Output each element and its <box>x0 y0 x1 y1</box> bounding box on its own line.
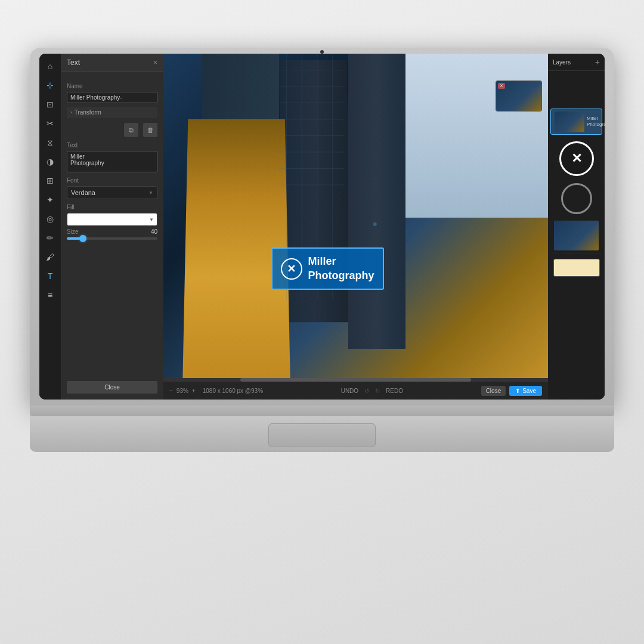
laptop-bezel: ⌂ ⊹ ⊡ ✂ ⧖ ◑ ⊞ ✦ ◎ ✏ 🖌 T ≡ <box>39 54 605 400</box>
scissors-icon[interactable]: ✂ <box>42 116 58 131</box>
scene: ⌂ ⊹ ⊡ ✂ ⧖ ◑ ⊞ ✦ ◎ ✏ 🖌 T ≡ <box>0 0 644 644</box>
canvas-x-button-area: ✕ <box>548 141 605 176</box>
color-swatch-area <box>550 259 602 277</box>
canvas-info: − 93% + 1080 x 1060 px @93% <box>169 388 263 394</box>
laptop-base-body <box>30 416 614 452</box>
grid-icon[interactable]: ⊞ <box>42 173 58 188</box>
name-input[interactable]: Miller Photography- <box>67 92 157 103</box>
zoom-value: 93% <box>177 388 188 394</box>
select-icon[interactable]: ⊹ <box>42 78 58 93</box>
size-value: 40 <box>151 228 157 235</box>
properties-panel: Text × Name Miller Photography- › Transf… <box>61 54 163 400</box>
canvas-save-actions: Close ⬆ Save <box>481 386 542 396</box>
building-detail-svg <box>163 54 548 382</box>
layer-text-info: Miller Photography <box>587 116 605 128</box>
canvas-close-button[interactable]: Close <box>481 386 506 396</box>
zoom-out-icon[interactable]: − <box>169 388 173 394</box>
x-icon: ✕ <box>571 151 582 166</box>
close-panel-button[interactable]: Close <box>67 381 157 394</box>
layer-text-thumbnail <box>555 112 584 132</box>
name-label: Name <box>67 83 157 89</box>
screen: ⌂ ⊹ ⊡ ✂ ⧖ ◑ ⊞ ✦ ◎ ✏ 🖌 T ≡ <box>39 54 605 400</box>
layer-bg-thumbnail <box>554 221 599 250</box>
circle-shape-area <box>548 183 605 214</box>
text-overlay-element[interactable]: ✕ Miller Photography <box>271 247 384 290</box>
crop-icon[interactable]: ⊡ <box>42 97 58 112</box>
panel-body: Name Miller Photography- › Transform ⧉ 🗑… <box>61 72 163 376</box>
fill-dropdown-icon: ▼ <box>149 217 154 222</box>
transform-label: Transform <box>75 109 101 116</box>
circle-shape-element <box>561 183 592 214</box>
slider-fill <box>67 237 80 240</box>
canvas-area: ✕ Miller Photography <box>163 54 548 400</box>
redo-button[interactable]: REDO <box>386 388 403 394</box>
zoom-in-icon[interactable]: + <box>192 388 196 394</box>
remove-overlay-button[interactable]: ✕ <box>559 141 594 176</box>
action-row: ⧉ 🗑 <box>67 123 157 137</box>
trackpad[interactable] <box>268 423 376 447</box>
panel-title: Text <box>67 58 80 67</box>
lines-icon[interactable]: ≡ <box>42 287 58 303</box>
overlay-text-line1: Miller <box>308 255 374 268</box>
brush-icon[interactable]: 🖌 <box>42 249 58 265</box>
layer-text-label: Miller Photography <box>587 116 605 128</box>
laptop-lid: ⌂ ⊹ ⊡ ✂ ⧖ ◑ ⊞ ✦ ◎ ✏ 🖌 T ≡ <box>30 48 614 405</box>
font-dropdown-icon: ▼ <box>148 190 153 196</box>
layer-text-item[interactable]: Miller Photography … T 👁 <box>550 109 602 135</box>
trackpad-area <box>268 423 376 447</box>
size-row: Size 40 <box>67 228 157 235</box>
fill-color-picker[interactable]: ▼ <box>67 213 157 226</box>
camera-dot <box>320 50 324 54</box>
dimensions-label: 1080 x 1060 px @93% <box>203 388 263 394</box>
panel-header: Text × <box>61 54 163 72</box>
text-icon[interactable]: T <box>42 268 58 284</box>
laptop: ⌂ ⊹ ⊡ ✂ ⧖ ◑ ⊞ ✦ ◎ ✏ 🖌 T ≡ <box>30 48 614 477</box>
size-slider[interactable] <box>67 237 157 240</box>
text-label: Text <box>67 142 157 148</box>
svg-point-12 <box>373 222 377 226</box>
canvas-actions: UNDO ↺ ↻ REDO <box>341 388 403 394</box>
save-icon: ⬆ <box>515 388 520 394</box>
star-icon[interactable]: ✦ <box>42 192 58 208</box>
undo-button[interactable]: UNDO <box>341 388 358 394</box>
add-layer-button[interactable]: + <box>595 57 600 67</box>
overlay-text-line2: Photography <box>308 269 374 283</box>
canvas-bottom-bar: − 93% + 1080 x 1060 px @93% UNDO ↺ ↻ RED… <box>163 382 548 400</box>
layers-header: Layers + <box>548 54 605 71</box>
laptop-hinge <box>30 405 614 416</box>
chevron-right-icon: › <box>70 110 72 115</box>
overlay-text: Miller Photography <box>308 255 374 283</box>
pencil-icon[interactable]: ✏ <box>42 230 58 246</box>
undo-icon: ↺ <box>364 388 369 394</box>
font-value: Verdana <box>71 189 95 196</box>
color-swatch[interactable] <box>553 259 600 277</box>
font-select[interactable]: Verdana ▼ <box>67 186 157 199</box>
layer-background-item[interactable] <box>550 218 602 253</box>
canvas-save-button[interactable]: ⬆ Save <box>509 386 542 396</box>
fill-label: Fill <box>67 204 157 210</box>
size-label: Size <box>67 228 78 235</box>
layers-panel: Layers + ✕ <box>548 54 605 400</box>
duplicate-button[interactable]: ⧉ <box>124 123 138 137</box>
delete-button[interactable]: 🗑 <box>143 123 157 137</box>
contrast-icon[interactable]: ◑ <box>42 154 58 169</box>
transform-row[interactable]: › Transform <box>67 107 157 118</box>
canvas-image: ✕ Miller Photography <box>163 54 548 382</box>
slider-thumb[interactable] <box>79 235 86 242</box>
preview-thumbnail: ✕ <box>496 80 542 112</box>
left-toolbar: ⌂ ⊹ ⊡ ✂ ⧖ ◑ ⊞ ✦ ◎ ✏ 🖌 T ≡ <box>39 54 61 400</box>
font-label: Font <box>67 177 157 184</box>
redo-icon: ↻ <box>375 388 380 394</box>
save-label: Save <box>522 388 536 394</box>
home-icon[interactable]: ⌂ <box>42 58 58 74</box>
delete-thumb-icon[interactable]: ✕ <box>498 83 505 89</box>
sliders-icon[interactable]: ⧖ <box>42 135 58 150</box>
text-input[interactable]: Miller Photography <box>67 151 157 172</box>
overlay-x-icon: ✕ <box>281 258 302 280</box>
panel-close-x[interactable]: × <box>153 58 157 67</box>
laptop-base <box>30 405 614 459</box>
layers-title: Layers <box>553 59 571 66</box>
spiral-icon[interactable]: ◎ <box>42 211 58 227</box>
